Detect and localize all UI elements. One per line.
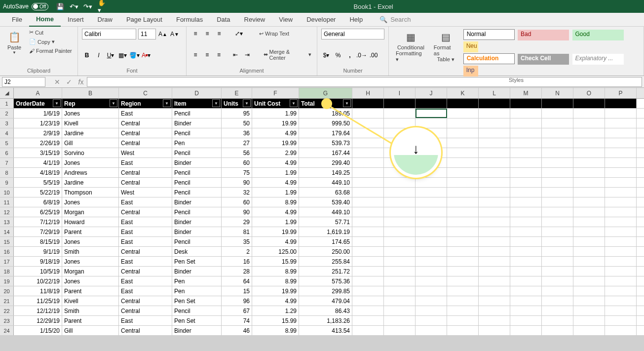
decrease-indent-icon[interactable]: ⇤ <box>230 50 240 60</box>
tab-review[interactable]: Review <box>237 13 272 26</box>
tab-help[interactable]: Help <box>342 13 370 26</box>
cell[interactable] <box>605 148 637 157</box>
save-icon[interactable]: 💾 <box>56 2 64 10</box>
cell[interactable]: 27 <box>222 138 252 148</box>
tab-file[interactable]: File <box>5 13 29 26</box>
row-header-8[interactable]: 8 <box>0 168 14 177</box>
cell[interactable]: 5/5/19 <box>14 178 62 187</box>
cell[interactable] <box>479 276 510 286</box>
cell[interactable] <box>384 286 416 296</box>
cell[interactable]: 250.00 <box>299 247 352 256</box>
cell[interactable] <box>605 257 637 266</box>
cell[interactable]: Central <box>119 118 172 128</box>
cell[interactable] <box>447 237 479 246</box>
cell[interactable]: East <box>119 109 172 118</box>
cell[interactable] <box>352 276 384 286</box>
cell[interactable] <box>510 227 542 236</box>
cell[interactable] <box>605 207 637 217</box>
cell[interactable] <box>447 148 479 157</box>
cell[interactable]: 179.64 <box>299 128 352 138</box>
increase-font-icon[interactable]: A▲ <box>158 29 168 39</box>
cell[interactable]: Pencil <box>172 109 222 118</box>
cell[interactable]: Central <box>119 207 172 217</box>
cell[interactable] <box>573 316 605 325</box>
cell[interactable]: Pencil <box>172 148 222 157</box>
cell[interactable]: 2.99 <box>252 148 299 157</box>
cell[interactable] <box>542 197 573 207</box>
filter-icon[interactable]: ▼ <box>53 99 61 107</box>
cell[interactable] <box>384 118 416 128</box>
cell[interactable] <box>416 276 447 286</box>
cell[interactable]: Central <box>119 138 172 148</box>
cell[interactable] <box>416 207 447 217</box>
cell[interactable] <box>510 138 542 148</box>
cell[interactable]: 60 <box>222 158 252 167</box>
cell[interactable]: 19.99 <box>252 227 299 236</box>
row-header-21[interactable]: 21 <box>0 296 14 306</box>
cell[interactable] <box>573 326 605 335</box>
cell[interactable] <box>352 286 384 296</box>
cell[interactable]: 4/1/19 <box>14 158 62 167</box>
col-header-N[interactable]: N <box>542 88 573 98</box>
cell[interactable] <box>479 267 510 276</box>
comma-button[interactable]: , <box>345 50 355 60</box>
cell[interactable]: 90 <box>222 178 252 187</box>
cell[interactable] <box>542 316 573 325</box>
cell[interactable] <box>510 168 542 177</box>
row-header-16[interactable]: 16 <box>0 247 14 256</box>
cell[interactable]: 9/18/19 <box>14 257 62 266</box>
cell[interactable] <box>447 178 479 187</box>
cell[interactable] <box>542 227 573 236</box>
cell[interactable]: Binder <box>172 267 222 276</box>
cell[interactable]: Jardine <box>62 128 119 138</box>
row-header-9[interactable]: 9 <box>0 178 14 187</box>
cell[interactable]: Desk <box>172 247 222 256</box>
cell[interactable]: West <box>119 188 172 197</box>
col-header-P[interactable]: P <box>605 88 637 98</box>
cell[interactable] <box>352 267 384 276</box>
cell[interactable]: Jones <box>62 109 119 118</box>
cell[interactable] <box>542 276 573 286</box>
cell[interactable]: Jones <box>62 276 119 286</box>
fill-color-button[interactable]: 🪣▾ <box>129 50 139 60</box>
cell[interactable]: East <box>119 217 172 227</box>
cell[interactable]: Binder <box>172 227 222 236</box>
cell[interactable]: 575.36 <box>299 276 352 286</box>
cell[interactable] <box>479 296 510 306</box>
tab-data[interactable]: Data <box>210 13 237 26</box>
spreadsheet-grid[interactable]: ◢ A B C D E F G H I J K L M N O P 1 Orde… <box>0 88 644 336</box>
cell[interactable] <box>605 128 637 138</box>
cell[interactable] <box>479 138 510 148</box>
cell[interactable]: Kivell <box>62 118 119 128</box>
cell[interactable] <box>416 296 447 306</box>
cell[interactable]: Pen <box>172 286 222 296</box>
cell[interactable] <box>352 138 384 148</box>
th-orderdate[interactable]: OrderDate▼ <box>14 99 62 108</box>
col-header-E[interactable]: E <box>222 88 252 98</box>
cell[interactable] <box>479 257 510 266</box>
cell[interactable] <box>605 276 637 286</box>
cell[interactable] <box>447 276 479 286</box>
cell[interactable]: 449.10 <box>299 207 352 217</box>
cell[interactable]: 15.99 <box>252 257 299 266</box>
cell[interactable] <box>542 188 573 197</box>
increase-indent-icon[interactable]: ⇥ <box>242 50 252 60</box>
cell[interactable] <box>573 178 605 187</box>
underline-button[interactable]: U▾ <box>106 50 115 60</box>
cell[interactable]: 15.99 <box>252 316 299 325</box>
cell[interactable]: 12/29/19 <box>14 316 62 325</box>
cell[interactable] <box>447 128 479 138</box>
filter-icon[interactable]: ▼ <box>163 99 171 107</box>
cell[interactable] <box>384 326 416 335</box>
row-header-24[interactable]: 24 <box>0 326 14 335</box>
cell[interactable] <box>416 118 447 128</box>
cell[interactable]: Central <box>119 267 172 276</box>
cell[interactable]: 4.99 <box>252 158 299 167</box>
row-header-3[interactable]: 3 <box>0 118 14 128</box>
cell[interactable] <box>384 247 416 256</box>
cell[interactable]: 11/25/19 <box>14 296 62 306</box>
cell[interactable] <box>384 237 416 246</box>
cell[interactable] <box>573 237 605 246</box>
filter-icon[interactable]: ▼ <box>110 99 117 107</box>
cell[interactable] <box>479 207 510 217</box>
